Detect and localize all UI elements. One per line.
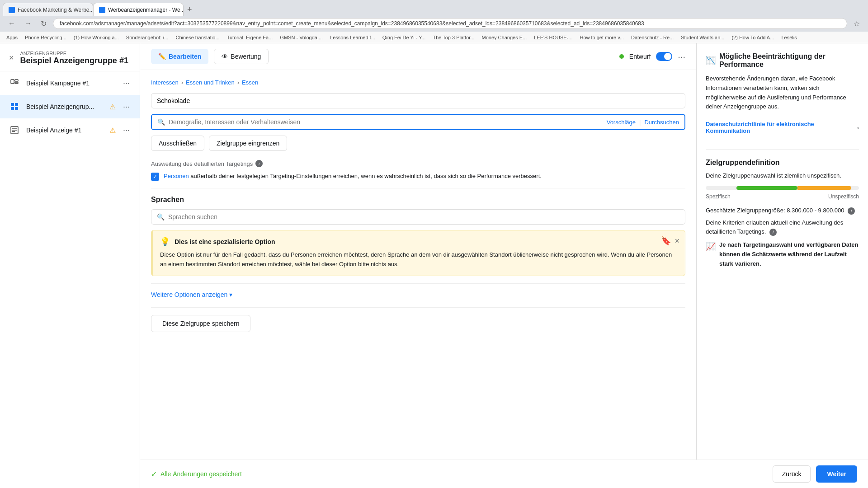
preview-button[interactable]: 👁 Bewertung <box>214 49 269 64</box>
new-tab-button[interactable]: + <box>184 3 196 16</box>
save-audience-button[interactable]: Diese Zielgruppe speichern <box>151 315 250 332</box>
adset-warning-icon: ⚠ <box>109 103 116 111</box>
search-icon: 🔍 <box>157 118 165 126</box>
targeting-checkbox[interactable]: ✓ <box>151 173 159 181</box>
breadcrumb-essen[interactable]: Essen <box>242 79 258 86</box>
back-nav-button[interactable]: ← <box>5 19 18 28</box>
audience-subtitle: Deine Zielgruppenauswahl ist ziemlich un… <box>706 172 859 179</box>
sprachen-title: Sprachen <box>151 196 685 204</box>
tab-2-label: Werbeanzeigenmanager - We... <box>108 7 184 13</box>
bookmark-7[interactable]: GMSN - Vologda,... <box>277 34 326 41</box>
edit-button[interactable]: ✏️ Bearbeiten <box>151 49 208 64</box>
divider-2 <box>151 283 685 284</box>
audience-section: Zielgruppendefinition Deine Zielgruppena… <box>706 149 859 268</box>
bottom-bar: ✓ Alle Änderungen gespeichert Zurück Wei… <box>140 460 868 488</box>
audience-meter <box>706 186 859 190</box>
bookmark-6[interactable]: Tutorial: Eigene Fa... <box>224 34 276 41</box>
eye-icon: 👁 <box>222 53 228 60</box>
personen-link[interactable]: Personen <box>164 173 189 179</box>
estimate-text: Geschätzte Zielgruppengröße: 8.300.000 -… <box>706 207 859 215</box>
bottom-actions: Zurück Weiter <box>773 465 857 483</box>
back-button[interactable]: Zurück <box>773 465 811 483</box>
status-dot <box>619 54 624 59</box>
saved-status: ✓ Alle Änderungen gespeichert <box>151 470 242 479</box>
ad-more-button[interactable]: ··· <box>120 125 132 136</box>
lang-search-input[interactable] <box>168 213 679 221</box>
mehr-optionen-link[interactable]: Weitere Optionen anzeigen ▾ <box>151 291 685 298</box>
tip-close-button[interactable]: × <box>675 236 679 246</box>
saved-check-icon: ✓ <box>151 470 157 479</box>
meter-right-label: Unspezifisch <box>828 193 859 200</box>
bookmark-8[interactable]: Lessons Learned f... <box>327 34 378 41</box>
bulb-icon: 💡 <box>160 237 170 247</box>
tip-save-button[interactable]: 🔖 <box>661 236 671 246</box>
edit-pencil-icon: ✏️ <box>158 53 166 60</box>
bookmark-4[interactable]: Sonderangebot: /... <box>123 34 171 41</box>
tip-header: 💡 Dies ist eine spezialisierte Option <box>160 237 678 247</box>
breadcrumb-sep-2: › <box>237 79 239 86</box>
bookmark-16[interactable]: (2) How To Add A... <box>729 34 777 41</box>
targeting-detail-info-icon[interactable]: i <box>769 229 777 236</box>
bookmark-2[interactable]: Phone Recycling... <box>22 34 69 41</box>
exclude-button[interactable]: Ausschließen <box>151 136 204 151</box>
targeting-search-input[interactable] <box>169 118 603 126</box>
bookmark-apps[interactable]: Apps <box>4 34 20 41</box>
tab-2-favicon <box>99 7 105 13</box>
forward-nav-button[interactable]: → <box>22 19 34 28</box>
adset-more-button[interactable]: ··· <box>120 101 132 113</box>
divider-3 <box>151 307 685 308</box>
interest-text-input[interactable] <box>157 97 679 104</box>
lang-search-icon: 🔍 <box>157 213 165 221</box>
sidebar-item-campaign[interactable]: Beispiel Kampagne #1 ··· <box>0 71 140 95</box>
breadcrumb-essen-trinken[interactable]: Essen und Trinken <box>186 79 235 86</box>
address-bar-input[interactable] <box>53 18 847 29</box>
suggest-link[interactable]: Vorschläge <box>607 119 636 126</box>
bookmark-10[interactable]: The Top 3 Platfor... <box>430 34 477 41</box>
bookmarks-bar: Apps Phone Recycling... (1) How Working … <box>0 32 868 43</box>
tip-box: 💡 Dies ist eine spezialisierte Option 🔖 … <box>151 230 685 276</box>
breadcrumb: Interessen › Essen und Trinken › Essen <box>151 79 685 86</box>
sidebar-header-label: Anzeigengruppe <box>20 51 132 56</box>
search-browse-link[interactable]: Durchsuchen <box>644 119 679 126</box>
sidebar-item-ad[interactable]: Beispiel Anzeige #1 ⚠ ··· <box>0 118 140 142</box>
divider-1 <box>151 188 685 188</box>
reload-button[interactable]: ↻ <box>38 19 49 29</box>
bookmark-14[interactable]: Datenschutz - Re... <box>628 34 676 41</box>
bookmark-17[interactable]: Leselis <box>778 34 799 41</box>
interest-input[interactable] <box>151 93 685 108</box>
tab-2[interactable]: Werbeanzeigenmanager - We... × <box>93 3 184 16</box>
breadcrumb-interessen[interactable]: Interessen <box>151 79 179 86</box>
meter-labels: Spezifisch Unspezifisch <box>706 193 859 200</box>
targeting-info-icon[interactable]: i <box>255 160 263 167</box>
targeting-section: Ausweitung des detaillierten Targetings … <box>151 160 685 181</box>
targeting-search-box[interactable]: 🔍 Vorschläge | Durchsuchen <box>151 114 685 130</box>
tab-1-favicon <box>9 7 15 13</box>
campaign-icon <box>7 76 22 90</box>
bookmark-12[interactable]: LEE'S HOUSE-... <box>531 34 575 41</box>
svg-rect-0 <box>11 80 14 84</box>
bookmark-11[interactable]: Money Changes E... <box>479 34 530 41</box>
bookmark-9[interactable]: Qing Fei De Yi - Y... <box>380 34 429 41</box>
bookmark-button[interactable]: ☆ <box>851 19 863 29</box>
targeting-btn-row: Ausschließen Zielgruppe eingrenzen <box>151 136 685 151</box>
adset-icon <box>7 99 22 114</box>
campaign-more-button[interactable]: ··· <box>120 78 132 89</box>
tip-body: Diese Option ist nur für den Fall gedach… <box>160 250 678 269</box>
tip-title: Dies ist eine spezialisierte Option <box>175 238 275 245</box>
sidebar-item-adset[interactable]: Beispiel Anzeigengrup... ⚠ ··· <box>0 95 140 118</box>
toggle-switch[interactable] <box>656 52 672 61</box>
narrow-button[interactable]: Zielgruppe eingrenzen <box>209 136 287 151</box>
close-button[interactable]: × <box>7 52 16 65</box>
bookmark-5[interactable]: Chinese translatio... <box>173 34 222 41</box>
next-button[interactable]: Weiter <box>816 465 857 483</box>
bookmark-15[interactable]: Student Wants an... <box>678 34 727 41</box>
left-sidebar: × Anzeigengruppe Beispiel Anzeigengruppe… <box>0 43 140 488</box>
bookmark-13[interactable]: How to get more v... <box>577 34 627 41</box>
datenschutz-link[interactable]: Datenschutzrichtlinie für elektronische … <box>706 117 859 138</box>
lang-search-box[interactable]: 🔍 <box>151 209 685 225</box>
sidebar-header-name: Beispiel Anzeigengruppe #1 <box>20 56 132 66</box>
bookmark-3[interactable]: (1) How Working a... <box>71 34 122 41</box>
estimate-info-icon[interactable]: i <box>848 207 855 215</box>
tab-1[interactable]: Facebook Marketing & Werbe... <box>3 3 93 16</box>
more-options-button[interactable]: ··· <box>678 52 685 62</box>
